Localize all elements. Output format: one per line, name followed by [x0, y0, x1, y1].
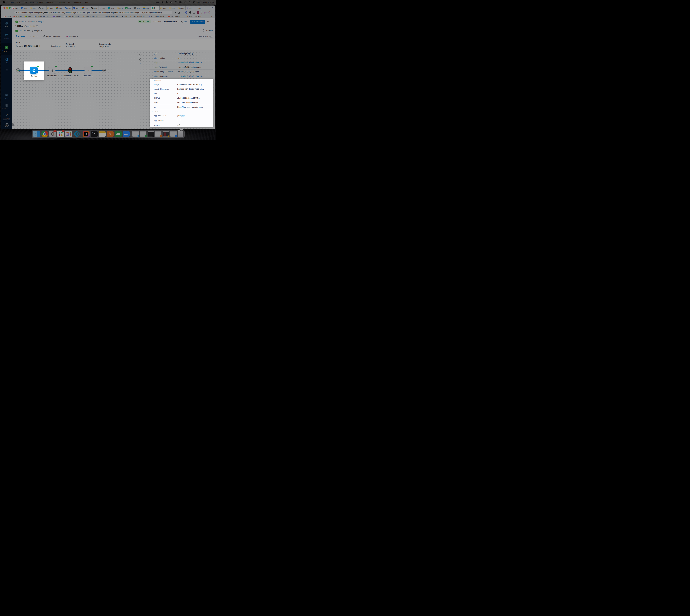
camera-brace-icon[interactable]: ❴	[162, 1, 163, 4]
side-panel-icon[interactable]	[193, 12, 195, 14]
harness-dock-icon[interactable]	[73, 131, 80, 137]
sidebar-item[interactable]: Deployments	[1, 43, 12, 55]
bookmark-item[interactable]: Vault	[121, 16, 127, 18]
hand-clock-icon[interactable]	[166, 1, 168, 3]
environments-value[interactable]: sampleEnv	[99, 45, 111, 48]
browser-tab[interactable]: [fix]: ×	[38, 6, 46, 10]
share-icon[interactable]	[178, 12, 180, 14]
panel-collapse-handle[interactable]	[12, 123, 14, 127]
bookmark-item[interactable]: harness-core/REA...	[63, 16, 81, 18]
zoom-menu-extra[interactable]: zoom	[155, 1, 159, 3]
close-window-icon[interactable]	[3, 7, 5, 9]
bookmarks-overflow-chevron[interactable]: »	[211, 16, 212, 18]
bookmark-item[interactable]: Expensify Reimbu...	[102, 16, 119, 18]
pen-app-icon[interactable]	[107, 131, 113, 137]
stage-name[interactable]: firstS	[16, 42, 21, 44]
user-avatar[interactable]: A	[5, 123, 8, 127]
menu-item[interactable]: Help	[84, 1, 88, 3]
sidebar-item[interactable]: Projects	[1, 30, 12, 43]
browser-tab[interactable]: harn ×	[20, 6, 29, 10]
update-button[interactable]: Update	[201, 11, 210, 14]
bookmark-item[interactable]: Gmail	[4, 16, 11, 18]
breadcrumb-link[interactable]: today	[38, 21, 42, 23]
password-key-icon[interactable]	[174, 12, 176, 14]
browser-tab[interactable]: CD D ×	[29, 6, 38, 10]
tab-search-chevron-icon[interactable]: ∨	[212, 7, 213, 9]
reload-icon[interactable]: ↻	[10, 11, 13, 14]
browser-tab[interactable]: [CDS ×	[160, 6, 168, 10]
notes-icon[interactable]	[99, 131, 106, 137]
sidebar-footer-item[interactable]: HELP	[1, 92, 12, 101]
refresh-icon[interactable]: ↻	[207, 20, 209, 23]
service-chip[interactable]: ⚙ Artifactory	[20, 30, 30, 32]
control-center-icon[interactable]	[193, 1, 195, 3]
sidebar-footer-item[interactable]: ACCOUNT SETTINGS	[1, 112, 12, 122]
fit-view-icon[interactable]	[139, 59, 142, 61]
services-value[interactable]: Artifactory	[66, 45, 75, 48]
menu-item[interactable]: View	[30, 1, 34, 3]
bookmark-item[interactable]: node.js - How to d...	[83, 16, 100, 18]
tab-resilience[interactable]: Resilience	[66, 34, 78, 39]
shellscript-node[interactable]: </> </>	[84, 67, 92, 74]
window-thumb-zoom[interactable]	[170, 131, 176, 137]
window-thumb-list[interactable]	[140, 131, 146, 137]
tab-policy-evaluations[interactable]: Policy Evaluations	[43, 34, 61, 39]
tab-pipeline[interactable]: Pipeline	[16, 34, 25, 39]
page-menu-kebab-icon[interactable]: ⋮	[211, 20, 213, 23]
browser-tab[interactable]: CDS ×	[125, 6, 133, 10]
field-value[interactable]: harness-ken-docker-repo-1.jfr...	[178, 62, 204, 64]
bookmark-item[interactable]: Git Cherry Pick | A...	[149, 16, 166, 18]
browser-tab[interactable]: [CDS ×	[46, 6, 55, 10]
bookmark-item[interactable]: Git - git-revert Do...	[168, 16, 184, 18]
zoom-app-icon[interactable]	[123, 131, 130, 137]
sidebar-item[interactable]: Home	[1, 18, 12, 30]
terminal-icon[interactable]	[91, 131, 98, 137]
browser-tab[interactable]: S ×	[151, 6, 160, 10]
bookmark-item[interactable]: Sapling	[53, 16, 61, 18]
menu-item[interactable]: File	[17, 1, 20, 3]
menu-item[interactable]: Tab	[68, 1, 71, 3]
window-thumb-chrome[interactable]	[163, 131, 169, 137]
window-thumb-postman[interactable]	[155, 131, 162, 137]
display-icon[interactable]	[179, 1, 182, 3]
browser-tab[interactable]: Vault ×	[194, 6, 203, 10]
pipeline-end-node[interactable]	[102, 69, 106, 72]
search-icon[interactable]	[189, 1, 191, 3]
bookmark-star-icon[interactable]: ☆	[182, 11, 183, 14]
lock-icon[interactable]	[16, 11, 17, 14]
browser-tab[interactable]: [CDS ×	[168, 6, 177, 10]
menu-item[interactable]: Bookmarks	[46, 1, 56, 3]
field-value[interactable]: https://harness.jfrog.io/artifa...	[177, 106, 203, 108]
service-node[interactable]: ⚙ </>	[30, 67, 38, 74]
browser-tab[interactable]: CDS ×	[116, 6, 125, 10]
forward-icon[interactable]: →	[6, 11, 10, 14]
sidecar-icon[interactable]	[170, 1, 172, 3]
chrome-icon[interactable]	[41, 131, 48, 137]
wifi-icon[interactable]	[184, 1, 186, 3]
browser-tab[interactable]: Inbo ×	[12, 6, 20, 10]
fullscreen-icon[interactable]	[139, 54, 142, 57]
triggered-by-user[interactable]: Abhishek	[203, 29, 213, 31]
sidebar-footer-item[interactable]: DASHBOARDS	[1, 102, 12, 111]
sidebar-item[interactable]	[1, 67, 12, 73]
intellij-icon[interactable]	[83, 131, 89, 137]
browser-tab[interactable]: 658c ×	[64, 6, 72, 10]
bookmark-item[interactable]: java - What is the...	[130, 16, 146, 18]
menu-item[interactable]: Window	[74, 1, 81, 3]
metadata-section-header[interactable]: ∧ Metadata	[150, 79, 213, 82]
tab-close-icon[interactable]: ×	[158, 7, 159, 9]
breadcrumb-link[interactable]: Pipelines	[28, 21, 35, 23]
menu-item[interactable]: Chrome	[7, 1, 14, 3]
browser-tab[interactable]: [CDS ×	[177, 6, 186, 10]
window-thumb-finder[interactable]	[132, 131, 139, 137]
bookmark-item[interactable]: YouTube	[14, 16, 22, 18]
maximize-window-icon[interactable]	[9, 7, 11, 9]
play-circle-icon[interactable]	[175, 1, 177, 3]
bookmark-item[interactable]: Maps	[25, 16, 31, 18]
menu-bar-clock[interactable]: Wed 19 Apr 6:59 PM	[197, 1, 214, 3]
console-view-toggle[interactable]	[209, 36, 213, 38]
label-section-header[interactable]: ∧ Label	[150, 109, 213, 114]
breadcrumb-link[interactable]: Abhishek	[19, 21, 26, 23]
browser-tab[interactable]: Work ×	[90, 6, 99, 10]
field-value[interactable]: harness-ken-docker-repo-1.jf...	[177, 88, 204, 90]
